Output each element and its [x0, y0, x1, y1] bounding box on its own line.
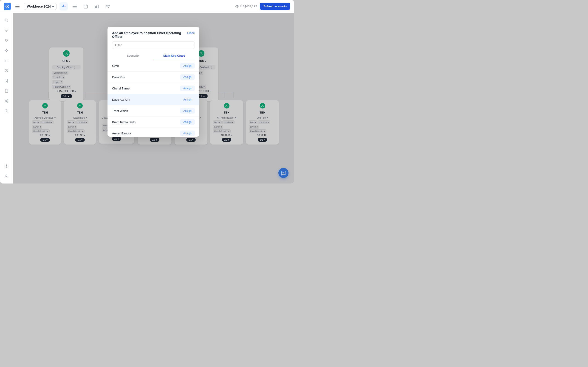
- modal-employee-item-2: Cheryl BarnetAssign: [107, 83, 199, 94]
- modal-employee-list: SvenAssignDave KimAssignCheryl BarnetAss…: [107, 60, 199, 137]
- add-employee-modal: Add an employee to position Chief Operat…: [107, 27, 199, 137]
- sidebar-insights-icon[interactable]: [2, 66, 11, 75]
- sidebar-table-icon[interactable]: [2, 56, 11, 65]
- svg-point-44: [6, 166, 7, 167]
- modal-tabs: Scenario Main Org Chart: [107, 52, 199, 60]
- sidebar-undo-icon[interactable]: [2, 36, 11, 45]
- assign-button-6[interactable]: Assign: [180, 131, 195, 136]
- assign-button-1[interactable]: Assign: [180, 74, 195, 80]
- svg-line-24: [7, 21, 8, 22]
- svg-line-40: [6, 101, 7, 102]
- sidebar-file-icon[interactable]: [2, 86, 11, 95]
- scenario-title-button[interactable]: Workforce 2024 ▾: [24, 3, 57, 10]
- svg-point-35: [6, 71, 7, 72]
- menu-button[interactable]: [14, 3, 21, 10]
- svg-marker-28: [5, 49, 8, 52]
- sidebar-search-icon[interactable]: [2, 16, 11, 25]
- chart-tool-button[interactable]: [93, 2, 101, 10]
- sidebar: [0, 13, 13, 184]
- svg-rect-2: [15, 5, 19, 5]
- employee-name-0: Sven: [112, 64, 119, 68]
- svg-point-22: [237, 6, 238, 7]
- modal-employee-item-0: SvenAssign: [107, 60, 199, 72]
- assign-button-3[interactable]: Assign: [180, 97, 195, 102]
- list-tool-button[interactable]: [70, 2, 79, 10]
- sidebar-magic-icon[interactable]: [2, 46, 11, 55]
- modal-title: Add an employee to position Chief Operat…: [112, 31, 187, 39]
- modal-employee-item-6: Anjum BandraAssign: [107, 128, 199, 137]
- svg-rect-10: [73, 5, 77, 5]
- svg-line-39: [6, 100, 7, 101]
- assign-button-4[interactable]: Assign: [180, 108, 195, 114]
- org-chart-canvas: CFO ▾ Dorothy Chou ⋮ Department▾ Locatio…: [13, 13, 294, 184]
- sidebar-user-icon[interactable]: [2, 172, 11, 181]
- sidebar-bookmark-icon[interactable]: [2, 76, 11, 85]
- svg-point-38: [5, 100, 6, 101]
- employee-name-2: Cheryl Barnet: [112, 87, 130, 90]
- tab-main-org-chart[interactable]: Main Org Chart: [153, 52, 195, 60]
- modal-employee-item-4: Trent WalshAssign: [107, 105, 199, 117]
- svg-rect-12: [73, 8, 77, 8]
- logo: [4, 3, 11, 10]
- svg-rect-3: [15, 6, 19, 7]
- people-tool-button[interactable]: [104, 2, 112, 10]
- svg-rect-17: [95, 6, 96, 8]
- svg-rect-18: [96, 6, 97, 8]
- modal-close-button[interactable]: Close: [187, 31, 195, 35]
- assign-button-0[interactable]: Assign: [180, 63, 195, 69]
- sidebar-share-icon[interactable]: [2, 96, 11, 106]
- chevron-down-icon: ▾: [52, 5, 54, 8]
- modal-header: Add an employee to position Chief Operat…: [107, 27, 199, 39]
- svg-rect-29: [5, 59, 8, 62]
- sidebar-settings-icon[interactable]: [2, 161, 11, 171]
- main-content: CFO ▾ Dorothy Chou ⋮ Department▾ Locatio…: [0, 13, 294, 184]
- sidebar-clipboard-icon[interactable]: [2, 106, 11, 116]
- modal-employee-item-1: Dave KimAssign: [107, 72, 199, 83]
- assign-button-5[interactable]: Assign: [180, 119, 195, 125]
- calendar-tool-button[interactable]: [82, 2, 90, 10]
- svg-rect-11: [73, 6, 77, 7]
- employee-name-5: Bram Ryota Saito: [112, 120, 136, 124]
- svg-point-45: [6, 175, 7, 176]
- svg-point-23: [5, 19, 7, 21]
- org-chart-tool-button[interactable]: [60, 2, 68, 10]
- modal-employee-item-5: Bram Ryota SaitoAssign: [107, 117, 199, 128]
- header: Workforce 2024 ▾: [0, 0, 294, 13]
- assign-button-2[interactable]: Assign: [180, 85, 195, 91]
- submit-scenario-button[interactable]: Submit scenario: [260, 3, 290, 10]
- modal-overlay: Add an employee to position Chief Operat…: [13, 13, 294, 184]
- cost-value: US$467,192: [241, 5, 257, 8]
- svg-rect-5: [63, 5, 64, 6]
- employee-name-6: Anjum Bandra: [112, 132, 131, 135]
- svg-rect-13: [84, 5, 87, 8]
- employee-name-3: Dave AG Kim: [112, 98, 130, 101]
- svg-rect-19: [98, 5, 99, 8]
- svg-point-21: [108, 5, 110, 6]
- svg-point-1: [7, 6, 8, 7]
- cost-display: US$467,192: [235, 5, 257, 8]
- tab-scenario[interactable]: Scenario: [112, 52, 153, 60]
- svg-point-36: [7, 99, 8, 100]
- scenario-title-label: Workforce 2024: [27, 5, 51, 8]
- svg-rect-4: [15, 8, 19, 8]
- svg-point-20: [106, 5, 108, 6]
- employee-name-4: Trent Walsh: [112, 109, 128, 113]
- sidebar-filter-icon[interactable]: [2, 26, 11, 35]
- modal-filter-input[interactable]: [112, 41, 195, 49]
- svg-point-37: [7, 102, 8, 102]
- employee-name-1: Dave Kim: [112, 75, 125, 79]
- modal-employee-item-3: Dave AG KimAssign: [107, 94, 199, 105]
